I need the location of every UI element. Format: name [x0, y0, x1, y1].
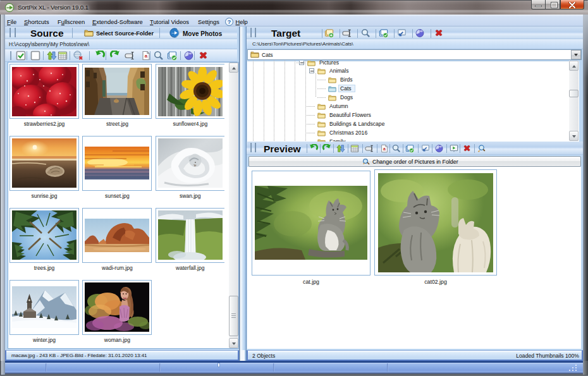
svg-text:a: a: [145, 53, 148, 59]
svg-text:?: ?: [228, 19, 231, 25]
svg-text:a: a: [383, 147, 386, 151]
